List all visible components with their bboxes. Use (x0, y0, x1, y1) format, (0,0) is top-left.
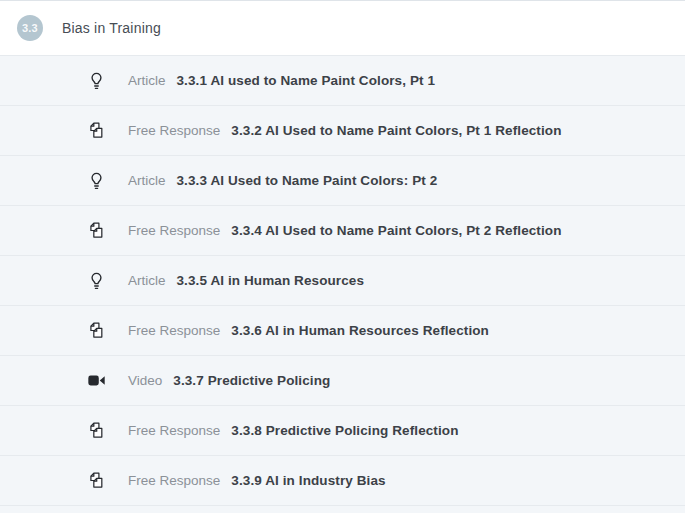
lesson-row-partial[interactable] (0, 506, 685, 513)
lesson-row[interactable]: Free Response 3.3.2 AI Used to Name Pain… (0, 106, 685, 156)
pages-icon (86, 222, 106, 239)
lesson-type-label: Article (128, 173, 166, 188)
lesson-title: 3.3.6 AI in Human Resources Reflection (231, 323, 489, 338)
lightbulb-icon (86, 72, 106, 90)
lesson-title: 3.3.1 AI used to Name Paint Colors, Pt 1 (177, 73, 436, 88)
lesson-type-label: Free Response (128, 473, 220, 488)
module-number-badge: 3.3 (17, 15, 43, 41)
pages-icon (86, 472, 106, 489)
lesson-title: 3.3.8 Predictive Policing Reflection (231, 423, 458, 438)
lesson-type-label: Free Response (128, 323, 220, 338)
lightbulb-icon (86, 172, 106, 190)
pages-icon (86, 322, 106, 339)
lesson-list: Article 3.3.1 AI used to Name Paint Colo… (0, 56, 685, 513)
lesson-type-label: Video (128, 373, 162, 388)
lesson-type-label: Article (128, 273, 166, 288)
lightbulb-icon (86, 272, 106, 290)
lesson-row[interactable]: Video 3.3.7 Predictive Policing (0, 356, 685, 406)
lesson-type-label: Free Response (128, 223, 220, 238)
lesson-row[interactable]: Article 3.3.1 AI used to Name Paint Colo… (0, 56, 685, 106)
lesson-row[interactable]: Free Response 3.3.9 AI in Industry Bias (0, 456, 685, 506)
lesson-title: 3.3.7 Predictive Policing (173, 373, 330, 388)
lesson-title: 3.3.2 AI Used to Name Paint Colors, Pt 1… (231, 123, 561, 138)
lesson-row[interactable]: Article 3.3.5 AI in Human Resources (0, 256, 685, 306)
pages-icon (86, 422, 106, 439)
lesson-title: 3.3.3 AI Used to Name Paint Colors: Pt 2 (177, 173, 438, 188)
module-header[interactable]: 3.3 Bias in Training (0, 1, 685, 56)
lesson-type-label: Free Response (128, 423, 220, 438)
module-title: Bias in Training (62, 20, 161, 36)
pages-icon (86, 122, 106, 139)
lesson-type-label: Free Response (128, 123, 220, 138)
lesson-title: 3.3.9 AI in Industry Bias (231, 473, 385, 488)
lesson-row[interactable]: Free Response 3.3.8 Predictive Policing … (0, 406, 685, 456)
lesson-row[interactable]: Free Response 3.3.6 AI in Human Resource… (0, 306, 685, 356)
lesson-title: 3.3.5 AI in Human Resources (177, 273, 365, 288)
lesson-row[interactable]: Article 3.3.3 AI Used to Name Paint Colo… (0, 156, 685, 206)
lesson-title: 3.3.4 AI Used to Name Paint Colors, Pt 2… (231, 223, 561, 238)
video-icon (86, 374, 106, 387)
lesson-row[interactable]: Free Response 3.3.4 AI Used to Name Pain… (0, 206, 685, 256)
lesson-type-label: Article (128, 73, 166, 88)
